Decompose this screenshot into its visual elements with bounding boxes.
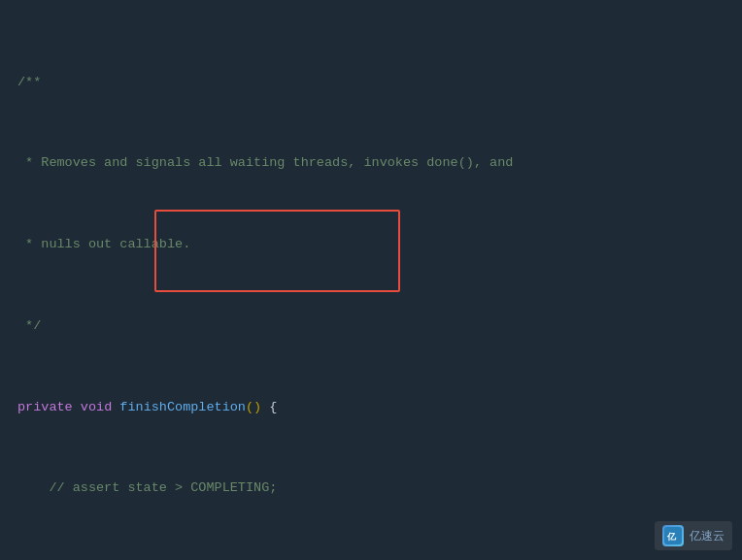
watermark-icon: 亿 xyxy=(662,525,684,546)
code-line-2: * Removes and signals all waiting thread… xyxy=(17,153,725,174)
code-block: /** * Removes and signals all waiting th… xyxy=(0,0,742,560)
svg-text:亿: 亿 xyxy=(666,532,677,542)
watermark-label: 亿速云 xyxy=(690,527,725,545)
code-line-5: private void finishCompletion() { xyxy=(17,398,725,418)
code-line-3: * nulls out callable. xyxy=(17,235,725,255)
watermark: 亿 亿速云 xyxy=(655,521,732,550)
code-line-4: */ xyxy=(17,316,725,337)
code-line-1: /** xyxy=(17,73,725,93)
code-line-6: // assert state > COMPLETING; xyxy=(17,478,725,499)
